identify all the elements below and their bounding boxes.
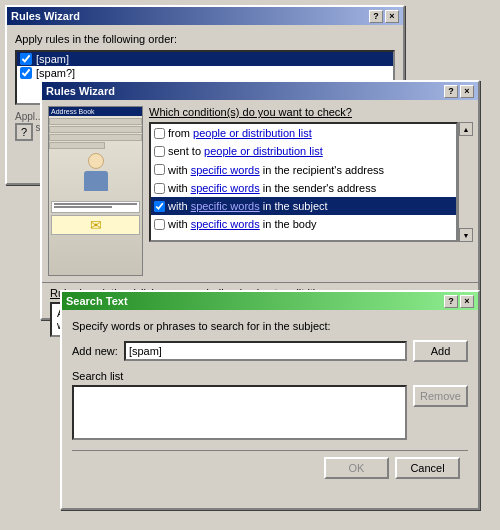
condition-checkbox-2[interactable] <box>154 146 165 157</box>
add-button[interactable]: Add <box>413 340 468 362</box>
specific-words-link-6[interactable]: specific words <box>191 218 260 230</box>
condition-text-3: with specific words in the recipient's a… <box>168 163 384 177</box>
search-list-row: Remove <box>72 385 468 446</box>
condition-checkbox-6[interactable] <box>154 219 165 230</box>
rule-item-spam2[interactable]: [spam?] <box>17 66 393 80</box>
search-description: Specify words or phrases to search for i… <box>72 320 468 332</box>
condition-text-1: from people or distribution list <box>168 126 312 140</box>
condition-from-people[interactable]: from people or distribution list <box>151 124 456 142</box>
main-wizard-help-btn[interactable]: ? <box>369 10 383 23</box>
wizard-illustration: Address Book ✉ <box>48 106 143 276</box>
search-content: Specify words or phrases to search for i… <box>62 310 478 495</box>
rule-item-spam[interactable]: [spam] <box>17 52 393 66</box>
conditions-list: from people or distribution list sent to… <box>149 122 458 242</box>
rules-dialog-close-btn[interactable]: × <box>460 85 474 98</box>
condition-checkbox-4[interactable] <box>154 183 165 194</box>
rule-checkbox-spam[interactable] <box>20 53 32 65</box>
conditions-list-container: from people or distribution list sent to… <box>149 122 472 242</box>
condition-sent-to[interactable]: sent to people or distribution list <box>151 142 456 160</box>
rules-wizard-dialog-window: Rules Wizard ? × Address Book <box>40 80 480 320</box>
rule-label-spam2: [spam?] <box>36 67 75 79</box>
main-wizard-title-buttons: ? × <box>369 10 399 23</box>
wizard-person <box>78 153 113 193</box>
condition-text-5: with specific words in the subject <box>168 199 328 213</box>
condition-words-sender[interactable]: with specific words in the sender's addr… <box>151 179 456 197</box>
add-new-row: Add new: Add <box>72 340 468 362</box>
main-wizard-close-btn[interactable]: × <box>385 10 399 23</box>
condition-words-subject[interactable]: with specific words in the subject <box>151 197 456 215</box>
specific-words-link-3[interactable]: specific words <box>191 164 260 176</box>
rules-dialog-title-buttons: ? × <box>444 85 474 98</box>
main-wizard-title-bar: Rules Wizard ? × <box>7 7 403 25</box>
conditions-panel: Which condition(s) do you want to check?… <box>149 106 472 276</box>
main-wizard-title: Rules Wizard <box>11 10 80 22</box>
search-text-dialog-window: Search Text ? × Specify words or phrases… <box>60 290 480 510</box>
search-list-section: Search list Remove <box>72 370 468 446</box>
scroll-track <box>459 136 472 228</box>
rule-checkbox-spam2[interactable] <box>20 67 32 79</box>
wizard-img-header: Address Book <box>49 107 142 116</box>
search-dialog-help-btn[interactable]: ? <box>444 295 458 308</box>
specific-words-link-4[interactable]: specific words <box>191 182 260 194</box>
rules-dialog-help-btn[interactable]: ? <box>444 85 458 98</box>
wizard-img-row-1 <box>49 118 142 125</box>
search-list-box <box>72 385 407 440</box>
wizard-img-row-3 <box>49 134 142 141</box>
add-new-label: Add new: <box>72 345 118 357</box>
conditions-scrollbar[interactable]: ▲ ▼ <box>458 122 472 242</box>
person-body <box>84 171 108 191</box>
search-list-label: Search list <box>72 370 468 382</box>
rules-dialog-body: Address Book ✉ <box>42 100 478 282</box>
apply-rules-label: Apply rules in the following order: <box>15 33 395 45</box>
search-dialog-title: Search Text <box>66 295 128 307</box>
condition-words-recipient[interactable]: with specific words in the recipient's a… <box>151 161 456 179</box>
condition-words-body[interactable]: with specific words in the body <box>151 215 456 233</box>
search-list-buttons: Remove <box>413 385 468 446</box>
cancel-button[interactable]: Cancel <box>395 457 460 479</box>
condition-text-2: sent to people or distribution list <box>168 144 323 158</box>
rules-dialog-title: Rules Wizard <box>46 85 115 97</box>
search-dialog-close-btn[interactable]: × <box>460 295 474 308</box>
wizard-img-rows <box>49 118 142 149</box>
main-wizard-help-icon[interactable]: ? <box>15 123 33 141</box>
search-dialog-title-bar: Search Text ? × <box>62 292 478 310</box>
specific-words-link-5[interactable]: specific words <box>191 200 260 212</box>
wizard-img-row-4 <box>49 142 105 149</box>
add-new-input[interactable] <box>124 341 407 361</box>
conditions-label: Which condition(s) do you want to check? <box>149 106 472 118</box>
search-dialog-footer: OK Cancel <box>72 450 468 485</box>
people-dist-link-1[interactable]: people or distribution list <box>193 127 312 139</box>
rules-dialog-title-bar: Rules Wizard ? × <box>42 82 478 100</box>
search-dialog-title-buttons: ? × <box>444 295 474 308</box>
condition-checkbox-1[interactable] <box>154 128 165 139</box>
ok-button[interactable]: OK <box>324 457 389 479</box>
condition-checkbox-5[interactable] <box>154 201 165 212</box>
condition-text-6: with specific words in the body <box>168 217 317 231</box>
condition-text-4: with specific words in the sender's addr… <box>168 181 376 195</box>
rule-label-spam: [spam] <box>36 53 69 65</box>
remove-button[interactable]: Remove <box>413 385 468 407</box>
person-head <box>88 153 104 169</box>
scroll-up-arrow[interactable]: ▲ <box>459 122 473 136</box>
condition-checkbox-3[interactable] <box>154 164 165 175</box>
scroll-down-arrow[interactable]: ▼ <box>459 228 473 242</box>
people-dist-link-2[interactable]: people or distribution list <box>204 145 323 157</box>
wizard-img-row-2 <box>49 126 142 133</box>
